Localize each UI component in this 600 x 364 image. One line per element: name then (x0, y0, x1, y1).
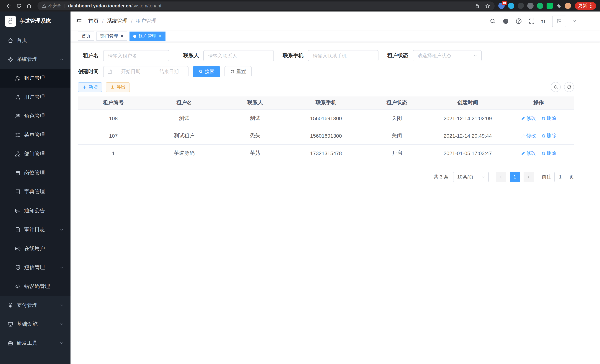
extension-icon-3[interactable] (518, 3, 524, 9)
export-button[interactable]: 导出 (106, 82, 130, 92)
browser-menu-kebab-icon[interactable] (589, 3, 593, 8)
page-number-current[interactable]: 1 (510, 172, 520, 182)
font-size-icon[interactable]: tT (541, 18, 546, 24)
sidebar-item-home[interactable]: 首页 (0, 31, 71, 50)
close-icon[interactable]: ✕ (159, 34, 162, 38)
cell-actions: 修改删除 (503, 127, 574, 144)
extension-icon-6[interactable] (547, 3, 553, 9)
contact-field: 联系人 (178, 50, 274, 61)
pencil-icon (521, 116, 525, 121)
edit-link[interactable]: 修改 (521, 115, 536, 121)
browser-back-button[interactable] (4, 1, 14, 11)
url-text: dashboard.yudao.iocoder.cn/system/tenant (68, 3, 161, 8)
browser-reload-button[interactable] (14, 1, 24, 11)
sidebar-item-notice[interactable]: 通知公告 (0, 201, 71, 220)
sidebar-item-sms[interactable]: 短信管理 (0, 258, 71, 277)
date-range-picker[interactable]: 开始日期 - 结束日期 (103, 66, 188, 77)
phone-input[interactable] (308, 50, 378, 61)
sidebar-item-error-code[interactable]: 错误码管理 (0, 277, 71, 296)
sidebar-item-user[interactable]: 用户管理 (0, 88, 71, 106)
sidebar-item-role[interactable]: 角色管理 (0, 106, 71, 125)
question-icon[interactable] (516, 18, 522, 25)
breadcrumb-separator: / (131, 18, 132, 24)
breadcrumb-separator: / (102, 18, 103, 24)
browser-home-button[interactable] (24, 1, 34, 11)
column-header: 联系人 (220, 96, 291, 110)
error-code-icon (15, 283, 21, 289)
puzzle-extensions-icon[interactable] (556, 3, 562, 8)
delete-link[interactable]: 删除 (541, 132, 556, 139)
column-header: 租户状态 (361, 96, 432, 110)
sidebar-item-label: 错误码管理 (24, 283, 50, 289)
fullscreen-icon[interactable] (528, 18, 535, 25)
extension-icon-1[interactable]: 10 (498, 3, 505, 9)
tab-home[interactable]: 首页 (78, 32, 94, 41)
cell-tenant-id: 107 (78, 127, 149, 144)
update-label: 更新 (578, 3, 587, 9)
extension-icon-4[interactable] (527, 3, 534, 9)
sidebar-item-system[interactable]: 系统管理 (0, 50, 71, 69)
sidebar-item-audit-log[interactable]: 审计日志 (0, 220, 71, 239)
security-warning[interactable]: 不安全 (42, 3, 61, 9)
reset-button[interactable]: 重置 (225, 66, 252, 77)
sidebar-item-dict[interactable]: 字典管理 (0, 182, 71, 201)
sidebar-item-dev-tools[interactable]: 研发工具 (0, 334, 71, 353)
cell-created: 2021-12-14 21:02:09 (432, 110, 503, 127)
refresh-icon (566, 84, 572, 90)
sidebar-item-dept[interactable]: 部门管理 (0, 144, 71, 163)
bookmark-star-icon[interactable] (485, 3, 490, 8)
goto-page-input[interactable] (554, 172, 566, 182)
contact-label: 联系人 (178, 52, 203, 59)
sidebar-item-menu[interactable]: 菜单管理 (0, 125, 71, 144)
refresh-table-button[interactable] (564, 82, 574, 92)
breadcrumb-item[interactable]: 首页 (88, 18, 99, 25)
browser-update-button[interactable]: 更新 (575, 2, 596, 9)
search-icon[interactable] (489, 18, 496, 25)
search-icon (198, 69, 203, 74)
sidebar-item-post[interactable]: 岗位管理 (0, 163, 71, 182)
cell-contact: 秃头 (220, 127, 291, 144)
trash-icon (541, 133, 546, 138)
chevron-down-icon[interactable] (572, 19, 576, 23)
edit-link[interactable]: 修改 (521, 150, 536, 156)
add-button-label: 新增 (89, 84, 98, 90)
audit-log-icon (15, 226, 21, 233)
back-arrow-icon (6, 3, 12, 9)
column-header: 联系手机 (291, 96, 361, 110)
chevron-up-icon (59, 57, 64, 61)
tenant-name-input[interactable] (103, 50, 169, 61)
address-bar[interactable]: 不安全 dashboard.yudao.iocoder.cn/system/te… (38, 1, 495, 10)
profile-avatar-icon[interactable] (565, 3, 571, 9)
pencil-icon (521, 151, 525, 155)
contact-input[interactable] (203, 50, 274, 61)
url-path: /system/tenant (131, 3, 161, 8)
next-page-button[interactable] (524, 172, 534, 182)
sidebar-item-tenant[interactable]: 租户管理 (0, 69, 71, 88)
delete-link[interactable]: 删除 (541, 115, 556, 121)
user-avatar[interactable] (552, 15, 566, 27)
add-button[interactable]: 新增 (78, 82, 102, 92)
extension-icon-2[interactable] (508, 3, 514, 9)
extension-icon-5[interactable] (537, 3, 543, 9)
sidebar-item-online-users[interactable]: 在线用户 (0, 239, 71, 258)
sidebar-item-infrastructure[interactable]: 基础设施 (0, 315, 71, 334)
breadcrumb-item[interactable]: 系统管理 (107, 18, 128, 25)
share-icon[interactable] (475, 3, 480, 8)
app-logo[interactable]: 芋道管理系统 (0, 11, 71, 31)
toggle-search-button[interactable] (551, 82, 561, 92)
sidebar-item-payment[interactable]: 支付管理 (0, 296, 71, 315)
github-icon[interactable] (502, 18, 509, 25)
collapse-sidebar-button[interactable] (76, 18, 82, 25)
status-select[interactable]: 请选择租户状态 (412, 50, 482, 61)
tab-tenant-active[interactable]: 租户管理 ✕ (130, 32, 166, 41)
sidebar-item-label: 通知公告 (24, 207, 45, 214)
prev-page-button[interactable] (496, 172, 506, 182)
edit-link[interactable]: 修改 (521, 132, 536, 139)
tab-dept[interactable]: 部门管理 ✕ (96, 32, 127, 41)
phone-field: 联系手机 (283, 50, 378, 61)
close-icon[interactable]: ✕ (120, 34, 123, 38)
search-button[interactable]: 搜索 (193, 66, 220, 77)
delete-link[interactable]: 删除 (541, 150, 556, 156)
browser-extensions: 10 (498, 3, 571, 9)
page-size-select[interactable]: 10条/页 (453, 172, 489, 182)
